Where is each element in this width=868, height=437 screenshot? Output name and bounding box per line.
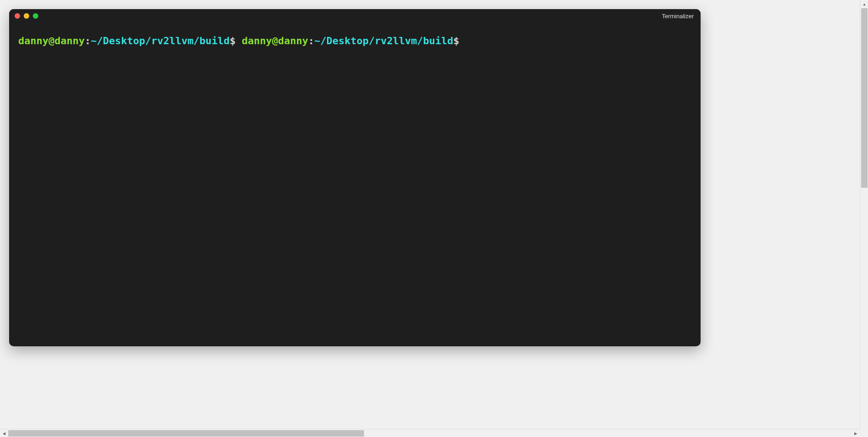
scrollbar-right-arrow-icon[interactable]: ▶ [852,429,860,437]
title-bar: Terminalizer [9,9,701,23]
minimize-button[interactable] [24,13,29,19]
scrollbar-left-arrow-icon[interactable]: ◀ [0,429,8,437]
prompt-dollar: $ [230,35,236,46]
horizontal-scrollbar[interactable]: ◀ ▶ [0,429,860,437]
prompt-path: ~/Desktop/rv2llvm/build [91,35,230,46]
window-controls [15,13,38,19]
scrollbar-corner [860,429,868,437]
close-button[interactable] [15,13,20,19]
prompt-user-host: danny@danny [242,35,308,46]
vertical-scrollbar[interactable]: ▲ ▼ [860,0,868,437]
prompt-colon: : [85,35,91,46]
prompt-colon: : [308,35,314,46]
prompt-dollar: $ [453,35,459,46]
prompt-user-host: danny@danny [18,35,85,46]
terminal-body[interactable]: danny@danny:~/Desktop/rv2llvm/build$ dan… [9,23,701,346]
prompt-path: ~/Desktop/rv2llvm/build [314,35,453,46]
terminal-window: Terminalizer danny@danny:~/Desktop/rv2ll… [9,9,701,346]
window-title: Terminalizer [662,13,694,20]
horizontal-scrollbar-thumb[interactable] [8,430,364,437]
vertical-scrollbar-thumb[interactable] [861,8,868,188]
scrollbar-up-arrow-icon[interactable]: ▲ [860,0,868,8]
maximize-button[interactable] [33,13,38,19]
prompt-line: danny@danny:~/Desktop/rv2llvm/build$ dan… [18,35,459,46]
